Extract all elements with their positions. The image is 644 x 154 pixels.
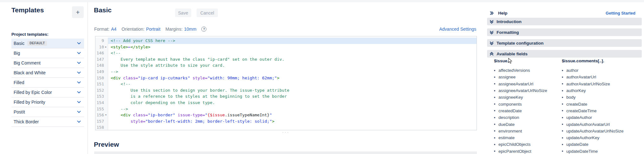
advanced-settings-link[interactable]: Advanced Settings xyxy=(439,27,476,32)
code-line-content[interactable]: --> xyxy=(108,106,477,112)
add-template-button[interactable]: + xyxy=(72,6,84,18)
chevron-down-icon[interactable] xyxy=(77,52,81,54)
sidebar-item-big[interactable]: Big xyxy=(11,48,84,58)
line-number: 152 xyxy=(95,87,108,94)
cancel-button[interactable]: Cancel xyxy=(197,9,218,17)
line-number: 156▾ xyxy=(95,112,108,118)
code-line-150[interactable]: 150<div class="ip-card ip-cutmarks" styl… xyxy=(95,75,477,81)
code-line-content[interactable]: <!-- xyxy=(108,81,477,87)
setting-orientation: Orientation:Portrait xyxy=(121,27,160,32)
code-line-content[interactable]: <!-- Add your CSS here --> xyxy=(108,38,477,44)
code-line-152[interactable]: 152 Use this section to design your bord… xyxy=(95,87,477,94)
field-item-updateauthoravatarurlnosize: updateAuthorAvatarUrlNoSize xyxy=(562,128,624,134)
help-section-introduction[interactable]: Introduction xyxy=(487,18,642,25)
field-item-assigneeavatarurlnosize: assigneeAvatarUrlNoSize xyxy=(494,87,547,94)
field-item-epicparentobject: epicParentObject xyxy=(494,148,547,154)
code-line-content[interactable] xyxy=(108,124,477,130)
code-line-content[interactable]: color depending on the issue type. xyxy=(108,100,477,106)
template-label: PostIt xyxy=(14,109,25,114)
setting-label: Margins: xyxy=(166,27,183,32)
field-group-heading: $issue. xyxy=(494,59,547,63)
code-line-content[interactable]: <div class="ip-border" issue-type="{$iss… xyxy=(108,112,477,118)
double-chevron-right-icon[interactable] xyxy=(490,11,494,15)
template-label: Big xyxy=(14,51,20,56)
sidebar-item-basic[interactable]: BasicDEFAULT xyxy=(11,39,84,48)
chevron-down-icon[interactable] xyxy=(77,42,81,45)
fold-expanded-icon[interactable]: ▾ xyxy=(104,112,107,118)
getting-started-link[interactable]: Getting Started xyxy=(606,11,635,15)
save-button[interactable]: Save xyxy=(175,9,191,17)
line-number: 147 xyxy=(95,56,108,63)
line-number: 150 xyxy=(95,75,108,81)
line-number: 158 xyxy=(95,124,108,130)
code-line-content[interactable]: Use this section to design your border. … xyxy=(108,87,477,94)
field-item-updateauthorkey: updateAuthorKey xyxy=(562,134,624,141)
chevron-down-icon[interactable] xyxy=(77,62,81,64)
help-title: Help xyxy=(498,11,507,15)
sidebar-item-filled[interactable]: Filled xyxy=(11,78,84,88)
code-line-153[interactable]: 153 is a reference to the styles at the … xyxy=(95,93,477,100)
setting-value-link[interactable]: 10mm xyxy=(184,27,197,32)
code-line-146[interactable]: 146<!-- xyxy=(95,50,477,56)
setting-label: Orientation: xyxy=(121,27,144,32)
sidebar-item-postit[interactable]: PostIt xyxy=(11,107,84,117)
code-line-158[interactable]: 158 xyxy=(95,124,477,130)
setting-value-link[interactable]: A4 xyxy=(111,27,116,32)
help-section-template-configuration[interactable]: Template configuration xyxy=(487,39,642,47)
code-line-156[interactable]: 156▾ <div class="ip-border" issue-type="… xyxy=(95,112,477,118)
chevron-down-icon[interactable] xyxy=(77,120,81,123)
field-item-assigneeavatarurl: assigneeAvatarUrl xyxy=(494,81,547,87)
sidebar-item-filled-by-epic-color[interactable]: Filled by Epic Color xyxy=(11,88,84,97)
preview-title: Preview xyxy=(94,141,119,148)
code-line-149[interactable]: 149--> xyxy=(95,69,477,75)
code-line-content[interactable]: --> xyxy=(108,69,477,75)
chevron-down-icon[interactable] xyxy=(77,101,81,103)
setting-label: Format: xyxy=(94,27,109,32)
chevron-down-icon[interactable] xyxy=(77,81,81,84)
code-line-content[interactable]: <div class="ip-card ip-cutmarks" style="… xyxy=(108,75,477,81)
chevron-down-icon[interactable] xyxy=(77,71,81,74)
code-line-155[interactable]: 155 --> xyxy=(95,106,477,112)
double-chevron-down-icon xyxy=(490,30,494,34)
sidebar-item-big-comment[interactable]: Big Comment xyxy=(11,58,84,68)
template-label: Big Comment xyxy=(14,60,41,65)
template-label: Basic xyxy=(14,41,24,46)
code-line-10[interactable]: 10▸<style>↔</style> xyxy=(95,44,477,50)
code-line-151[interactable]: 151 <!-- xyxy=(95,81,477,87)
code-line-9[interactable]: 9<!-- Add your CSS here --> xyxy=(95,38,477,44)
line-number: 151 xyxy=(95,81,108,87)
code-editor[interactable]: 9<!-- Add your CSS here -->10▸<style>↔</… xyxy=(95,36,477,130)
help-section-available-fields[interactable]: Available fields xyxy=(487,50,642,58)
setting-value-link[interactable]: Portrait xyxy=(146,27,160,32)
field-column-1: $issue.affectedVersionsassigneeassigneeA… xyxy=(494,59,547,154)
code-line-147[interactable]: 147 Every template must have the class "… xyxy=(95,56,477,63)
template-list: BasicDEFAULTBigBig CommentBlack and Whit… xyxy=(11,39,84,127)
code-line-154[interactable]: 154 color depending on the issue type. xyxy=(95,100,477,106)
code-line-content[interactable]: Use the style attribute to size your car… xyxy=(108,62,477,69)
line-number: 148 xyxy=(95,62,108,69)
sidebar-item-thick-border[interactable]: Thick Border xyxy=(11,117,84,127)
code-line-157[interactable]: 157 style="border-left-width: 2mm; borde… xyxy=(95,118,477,125)
field-item-createdate: createDate xyxy=(562,101,624,107)
double-chevron-down-icon xyxy=(490,20,494,24)
code-line-content[interactable]: style="border-left-width: 2mm; border-le… xyxy=(108,118,477,125)
project-templates-label: Project templates: xyxy=(11,32,49,37)
code-line-content[interactable]: Every template must have the class "ip-c… xyxy=(108,56,477,63)
sidebar-item-filled-by-priority[interactable]: Filled by Priority xyxy=(11,97,84,107)
code-line-148[interactable]: 148 Use the style attribute to size your… xyxy=(95,62,477,69)
chevron-down-icon[interactable] xyxy=(77,91,81,94)
help-section-formatting[interactable]: Formatting xyxy=(487,28,642,36)
code-line-content[interactable]: <style>↔</style> xyxy=(108,44,477,50)
format-settings-row: Format:A4Orientation:PortraitMargins:10m… xyxy=(94,26,206,32)
line-number: 9 xyxy=(95,38,108,44)
line-number: 157 xyxy=(95,118,108,125)
question-mark-icon[interactable]: ? xyxy=(201,27,206,32)
code-line-content[interactable]: is a reference to the styles at the begi… xyxy=(108,93,477,100)
sidebar-item-black-and-white[interactable]: Black and White xyxy=(11,68,84,78)
editor-resize-handle[interactable]: ··· xyxy=(273,130,299,134)
line-number: 154 xyxy=(95,100,108,106)
code-line-content[interactable]: <!-- xyxy=(108,50,477,56)
templates-panel-title: Templates xyxy=(11,6,44,14)
fold-collapsed-icon[interactable]: ▸ xyxy=(104,44,107,50)
chevron-down-icon[interactable] xyxy=(77,111,81,113)
